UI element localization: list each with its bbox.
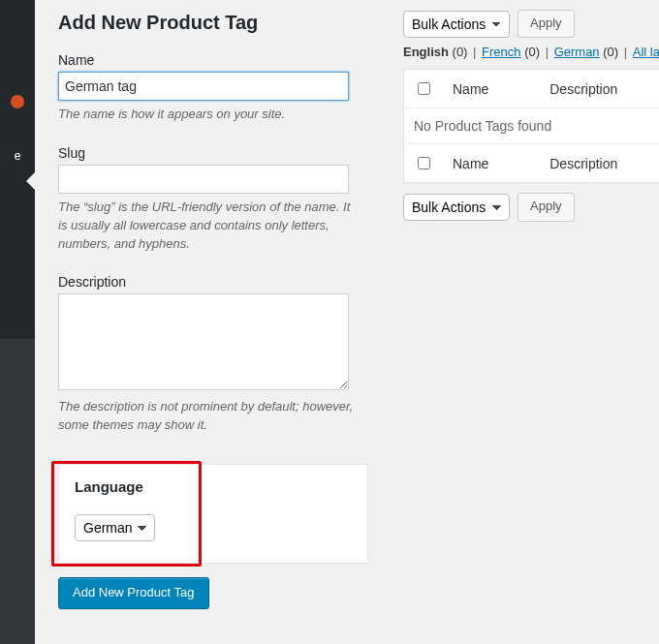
tag-list-panel: Bulk Actions Apply English (0) | French …: [403, 10, 659, 228]
sidebar-active-pointer: [26, 172, 35, 190]
bulk-actions-select-top[interactable]: Bulk Actions: [403, 11, 510, 38]
page-title: Add New Product Tag: [58, 10, 368, 35]
sidebar-item[interactable]: e: [0, 139, 35, 172]
lang-filter-french[interactable]: French: [482, 45, 520, 59]
language-panel: Language German: [58, 464, 368, 564]
col-description-footer: Description: [540, 144, 659, 183]
description-label: Description: [58, 274, 368, 290]
language-heading: Language: [59, 465, 367, 508]
bulk-actions-select-bottom[interactable]: Bulk Actions: [403, 194, 510, 221]
language-select[interactable]: German: [75, 514, 155, 541]
add-tag-form: Add New Product Tag Name The name is how…: [58, 10, 368, 609]
language-filter: English (0) | French (0) | German (0) | …: [403, 44, 659, 61]
empty-message: No Product Tags found: [404, 108, 660, 144]
select-all-bottom[interactable]: [418, 157, 430, 169]
lang-filter-all[interactable]: All langua: [633, 45, 659, 59]
bulk-apply-bottom[interactable]: Apply: [518, 193, 575, 221]
name-input[interactable]: [58, 72, 349, 101]
description-help: The description is not prominent by defa…: [58, 398, 359, 435]
description-input[interactable]: [58, 293, 349, 390]
name-label: Name: [58, 52, 368, 68]
admin-sidebar: e: [0, 0, 35, 644]
sidebar-update-badge[interactable]: [0, 85, 35, 118]
slug-help: The “slug” is the URL-friendly version o…: [58, 199, 359, 254]
bulk-actions-bottom: Bulk Actions Apply: [403, 193, 659, 221]
lang-filter-german[interactable]: German: [554, 45, 600, 59]
name-help: The name is how it appears on your site.: [58, 106, 359, 124]
col-description-header[interactable]: Description: [540, 70, 659, 108]
bulk-actions-top: Bulk Actions Apply: [403, 10, 659, 38]
lang-filter-english: English: [403, 45, 449, 59]
slug-input[interactable]: [58, 165, 349, 194]
col-name-footer: Name: [443, 144, 540, 183]
slug-label: Slug: [58, 145, 368, 161]
product-tags-table: Name Description No Product Tags found N…: [403, 69, 659, 183]
col-name-header[interactable]: Name: [443, 70, 540, 108]
field-name: Name The name is how it appears on your …: [58, 52, 368, 124]
bulk-apply-top[interactable]: Apply: [518, 10, 575, 38]
field-description: Description The description is not promi…: [58, 274, 368, 435]
select-all-top[interactable]: [418, 82, 430, 95]
add-new-product-tag-button[interactable]: Add New Product Tag: [58, 577, 209, 609]
field-slug: Slug The “slug” is the URL-friendly vers…: [58, 145, 368, 254]
